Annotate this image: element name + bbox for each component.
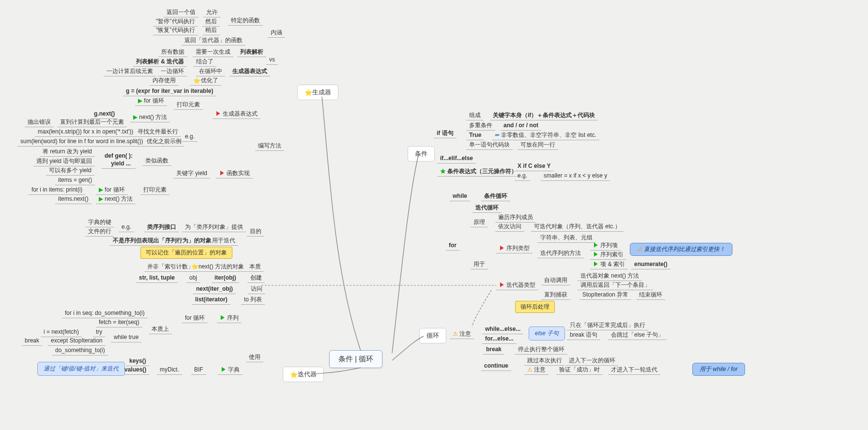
n[interactable]: 组成 bbox=[466, 110, 484, 120]
n[interactable]: 打印元素 bbox=[140, 185, 169, 195]
n[interactable]: items.next() bbox=[55, 194, 91, 204]
n[interactable]: True bbox=[466, 130, 484, 140]
n[interactable]: continue bbox=[481, 361, 511, 371]
root-node[interactable]: 条件 | 循环 bbox=[329, 350, 382, 368]
node-generator[interactable]: ⭐生成器 bbox=[297, 85, 338, 100]
hl-post[interactable]: 循环后处理 bbox=[515, 301, 555, 313]
n[interactable]: 才进入下一轮迭代 bbox=[608, 365, 660, 375]
n[interactable]: vs bbox=[266, 55, 278, 65]
n[interactable]: except StopIteration bbox=[48, 336, 106, 346]
n[interactable]: 只在「循环正常完成后」执行 bbox=[567, 320, 648, 330]
n[interactable]: ▶ for 循环 bbox=[96, 185, 128, 195]
n[interactable]: for i in items: print(i) bbox=[29, 185, 85, 195]
tip-fast[interactable]: ⚠ 直接迭代序列比通过索引更快！ bbox=[630, 243, 732, 256]
n[interactable]: ▶ next() 方法 bbox=[130, 112, 170, 122]
n[interactable]: 抛出错误 bbox=[25, 117, 54, 127]
n[interactable]: while true bbox=[111, 332, 141, 342]
n[interactable]: 验证「成功」时 bbox=[556, 365, 603, 375]
n[interactable]: if 语句 bbox=[434, 128, 457, 138]
n[interactable]: for...else... bbox=[482, 334, 517, 344]
n[interactable]: e.g. bbox=[515, 171, 530, 181]
node-loop[interactable]: 循环 bbox=[419, 328, 446, 343]
n[interactable]: ⬅ 非零数值、非空字符串、非空 list etc. bbox=[492, 130, 599, 140]
n[interactable]: items = gen() bbox=[55, 175, 95, 185]
n[interactable]: break bbox=[22, 336, 42, 346]
n[interactable]: 目的 bbox=[247, 226, 264, 237]
n[interactable]: 编写方法 bbox=[255, 141, 284, 151]
n[interactable]: while bbox=[450, 191, 470, 201]
n[interactable]: 多重条件 bbox=[466, 120, 495, 131]
n[interactable]: enumerate() bbox=[631, 259, 670, 269]
n[interactable]: for 循环 bbox=[182, 313, 208, 323]
n[interactable]: 调用后返回「下一个条目」 bbox=[578, 280, 653, 290]
n[interactable]: 迭代器对象 next() 方法 bbox=[578, 271, 642, 281]
n[interactable]: if...elif...else bbox=[437, 153, 476, 163]
n[interactable]: 停止执行整个循环 bbox=[515, 344, 567, 355]
n[interactable]: 类似函数 bbox=[142, 156, 171, 166]
n[interactable]: 返回「迭代器」的函数 bbox=[182, 35, 245, 45]
n[interactable]: 一边计算后续元素 bbox=[104, 66, 156, 76]
n[interactable]: 遇到 yield 语句即返回 bbox=[33, 156, 95, 166]
n[interactable]: ▶ 序列 bbox=[217, 313, 242, 323]
n[interactable]: 访问 bbox=[248, 284, 265, 294]
n[interactable]: g = (expr for iter_var in iterable) bbox=[123, 86, 216, 96]
n[interactable]: fetch = iter(seq) bbox=[96, 317, 142, 327]
n[interactable]: X if C else Y bbox=[515, 161, 553, 171]
n[interactable]: 条件循环 bbox=[481, 191, 510, 201]
n[interactable]: to 列表 bbox=[241, 295, 265, 305]
n[interactable]: 文件的行 bbox=[85, 226, 114, 237]
n[interactable]: ⭐next() 方法的对象 bbox=[188, 262, 247, 272]
n[interactable]: ▶ 项 & 索引 bbox=[590, 259, 628, 269]
n[interactable]: e.g. bbox=[119, 222, 134, 232]
n[interactable]: 遍历序列成员 bbox=[495, 212, 536, 222]
n[interactable]: ▶ 序列类型 bbox=[496, 243, 533, 253]
n[interactable]: 创建 bbox=[247, 273, 265, 283]
n[interactable]: ▶ 字典 bbox=[218, 365, 243, 375]
n[interactable]: 打印元素 bbox=[174, 100, 203, 110]
else-clause[interactable]: else 子句 bbox=[529, 326, 565, 341]
node-condition[interactable]: 条件 bbox=[408, 146, 435, 162]
n[interactable]: ▶ 序列项 bbox=[590, 240, 621, 251]
tip-whilefor[interactable]: 用于 while / for bbox=[692, 363, 745, 376]
n[interactable]: 列表解析 bbox=[237, 47, 266, 57]
n[interactable]: 单一语句代码块 bbox=[466, 140, 513, 150]
n[interactable]: ▶ 生成器表达式 bbox=[213, 109, 260, 119]
n[interactable]: 可以有多个 yield bbox=[46, 165, 94, 176]
n[interactable]: 关键字本身（if）＋条件表达式＋代码块 bbox=[490, 110, 598, 120]
n[interactable]: 列表解析 & 迭代器 bbox=[133, 57, 187, 67]
n[interactable]: 用于 bbox=[471, 259, 488, 269]
n[interactable]: 直到捕获 bbox=[541, 290, 570, 300]
n[interactable]: 迭代序列的方法 bbox=[537, 248, 584, 258]
n[interactable]: 稍后 bbox=[202, 25, 220, 35]
n[interactable]: for bbox=[446, 240, 459, 251]
n[interactable]: ▶ 迭代器类型 bbox=[496, 280, 538, 290]
n[interactable]: ⚠ 注意 bbox=[524, 365, 548, 375]
n[interactable]: and / or / not bbox=[501, 120, 541, 131]
n[interactable]: 字典的键 bbox=[85, 217, 114, 227]
n[interactable]: ⚠ 注意 bbox=[450, 329, 474, 339]
n[interactable]: 返回一个值 bbox=[164, 7, 198, 17]
n[interactable]: 原理 bbox=[471, 217, 488, 227]
n[interactable]: 使用 bbox=[246, 352, 263, 362]
n[interactable]: 迭代循环 bbox=[472, 203, 502, 213]
n[interactable]: 结束循环 bbox=[636, 290, 665, 300]
n[interactable]: 在循环中 bbox=[196, 66, 225, 76]
n[interactable]: 内涵 bbox=[268, 28, 285, 38]
n[interactable]: myDict. bbox=[157, 365, 182, 375]
n[interactable]: 可放在同一行 bbox=[518, 140, 558, 150]
n[interactable]: 寻找文件最长行 bbox=[135, 127, 181, 137]
n[interactable]: ▶ 序列索引 bbox=[590, 250, 626, 260]
n[interactable]: 内存使用 bbox=[150, 75, 179, 86]
n[interactable]: sum(len(word) for line in f for word in … bbox=[17, 136, 146, 147]
tip-iter[interactable]: 通过「键/值/键-值对」来迭代 bbox=[37, 362, 125, 376]
n[interactable]: iter(obj) bbox=[212, 273, 239, 283]
n[interactable]: 特定的函数 bbox=[228, 15, 263, 26]
n[interactable]: 一边循环 bbox=[158, 66, 187, 76]
node-iterator[interactable]: ⭐迭代器 bbox=[283, 367, 324, 382]
n[interactable]: BIF bbox=[191, 365, 206, 375]
n[interactable]: ⭐优化了 bbox=[190, 75, 221, 86]
n[interactable]: ▶ next() 方法 bbox=[96, 194, 136, 204]
n[interactable]: values() bbox=[122, 365, 149, 375]
n[interactable]: while...else... bbox=[482, 324, 523, 334]
n[interactable]: smaller = x if x < y else y bbox=[541, 171, 610, 181]
